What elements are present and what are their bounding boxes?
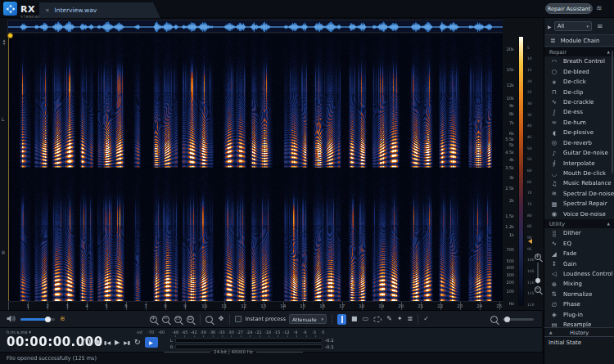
monitor-volume-icon[interactable] — [7, 315, 16, 324]
vertical-zoom-knob[interactable] — [535, 278, 540, 283]
module-item-de-hum[interactable]: ≈De-hum — [544, 118, 614, 128]
module-item-breath-control[interactable]: ◠Breath Control — [544, 56, 614, 66]
time-frequency-selection-tool[interactable]: ■ — [351, 316, 358, 322]
db-tick-label: 35 — [527, 112, 532, 116]
zoom-fit-button[interactable]: ⊡ — [187, 316, 194, 323]
vertical-zoom-out-button[interactable]: − — [535, 286, 541, 293]
meter-channel-l-label: L — [170, 338, 173, 343]
module-item-de-ess[interactable]: ∫De-ess — [544, 107, 614, 117]
zoom-selection-button[interactable]: ▭ — [174, 316, 182, 323]
module-item-de-bleed[interactable]: ○De-bleed — [544, 66, 614, 76]
freq-tick-label: 3k — [509, 175, 514, 180]
playhead-marker[interactable] — [7, 33, 13, 38]
hand-tool-button[interactable]: ✥ — [219, 316, 224, 322]
play-selection-button[interactable]: ▶ — [145, 337, 158, 348]
overview-strip[interactable] — [8, 20, 503, 32]
vertical-zoom-slider[interactable] — [537, 263, 539, 284]
spectrogram-settings-icon[interactable]: ≋ — [60, 316, 65, 322]
channel-label-left[interactable]: L — [2, 116, 4, 122]
module-item-spectral-repair[interactable]: ▦Spectral Repair — [544, 199, 614, 209]
module-label: Breath Control — [563, 58, 605, 65]
spectrogram-canvas[interactable] — [8, 34, 503, 301]
instant-process-mode-dropdown[interactable]: Attenuate ▾ — [289, 314, 327, 324]
legend-gain-handle[interactable] — [528, 239, 532, 244]
module-item-interpolate[interactable]: ∮Interpolate — [544, 158, 614, 168]
brush-selection-tool[interactable]: ✎ — [386, 316, 392, 322]
module-chain-button[interactable]: ≣ Module Chain — [544, 34, 614, 47]
zoom-tool-button[interactable] — [205, 316, 213, 323]
module-item-de-clip[interactable]: ⊓De-clip — [544, 87, 614, 97]
module-item-de-plosive[interactable]: ◖De-plosive — [544, 128, 614, 137]
module-item-music-rebalance[interactable]: ♫Music Rebalance — [544, 178, 614, 188]
go-to-start-button[interactable]: ▮◀ — [104, 340, 111, 345]
panel-scrollbar[interactable] — [612, 51, 613, 173]
volume-slider[interactable] — [20, 318, 55, 321]
preview-play-icon[interactable]: ▶ — [548, 24, 552, 29]
module-label: De-clip — [563, 89, 583, 96]
collapse-triangle-icon[interactable]: ▲ — [607, 222, 610, 226]
play-button[interactable]: ▶ — [115, 339, 120, 346]
module-item-plug-in[interactable]: ◈Plug-in — [544, 310, 614, 320]
section-header-repair[interactable]: Repair▲ — [544, 47, 614, 56]
peak-readout-left[interactable]: -0.1 — [325, 338, 334, 343]
module-label: De-reverb — [563, 140, 592, 146]
de-click-icon: ∗ — [550, 79, 558, 86]
magic-wand-tool[interactable]: ✦ — [397, 316, 403, 322]
module-item-de-crackle[interactable]: ∿De-crackle — [544, 97, 614, 107]
module-item-mouth-de-click[interactable]: ◡Mouth De-click — [544, 169, 614, 178]
zoom-out-button[interactable]: − — [162, 316, 169, 323]
overview-waveform[interactable] — [8, 21, 503, 33]
monitor-headphones-button[interactable] — [82, 338, 91, 348]
channel-label-right[interactable]: R — [2, 249, 5, 255]
section-header-utility[interactable]: Utility▲ — [544, 219, 614, 228]
instant-process-checkbox[interactable] — [235, 316, 242, 322]
freq-tick-label: 100 — [506, 289, 514, 294]
module-item-resample[interactable]: ▤Resample — [544, 320, 614, 327]
panel-menu-icon[interactable]: ≡ — [597, 22, 603, 30]
file-tab[interactable]: ✕ Interview.wav — [39, 2, 160, 18]
history-item[interactable]: Initial State — [544, 337, 614, 346]
db-tick-label: 30 — [527, 101, 532, 106]
module-item-loudness-control[interactable]: ◁Loudness Control — [544, 269, 614, 279]
peak-readout-right[interactable]: -0.1 — [325, 344, 334, 349]
module-item-voice-de-noise[interactable]: ◉Voice De-noise — [544, 209, 614, 219]
horizontal-zoom-slider[interactable] — [503, 318, 534, 321]
lasso-selection-tool[interactable] — [373, 317, 381, 322]
module-item-de-click[interactable]: ∗De-click — [544, 77, 614, 87]
time-selection-tool[interactable] — [337, 314, 346, 325]
vertical-zoom-in-button[interactable]: + — [535, 254, 541, 260]
zoom-in-button[interactable]: + — [150, 316, 157, 323]
tab-close-icon[interactable]: ✕ — [45, 7, 49, 14]
confirm-selection-button[interactable]: ✓ — [423, 316, 429, 322]
module-item-dither[interactable]: ⣿Dither — [544, 228, 614, 238]
overview-resize-handle[interactable]: ▴ ▾ — [1, 38, 7, 45]
volume-slider-knob[interactable] — [45, 317, 51, 322]
amplitude-color-legend[interactable] — [518, 36, 524, 306]
module-item-gain[interactable]: ↕Gain — [544, 258, 614, 268]
module-item-mixing[interactable]: ⊕Mixing — [544, 279, 614, 289]
timeline-ruler[interactable]: 1234567891011121314151617181920212223242… — [8, 301, 503, 310]
history-header[interactable]: ▲ History — [544, 328, 614, 337]
horizontal-zoom-knob[interactable] — [504, 317, 510, 322]
loop-button[interactable]: ↻ — [134, 339, 141, 346]
record-button[interactable]: ● — [95, 339, 100, 345]
meter-scale-label: -42 — [191, 330, 197, 335]
module-item-normalize[interactable]: ⇅Normalize — [544, 290, 614, 299]
repair-assistant-button[interactable]: Repair Assistant — [545, 3, 593, 14]
module-item-de-reverb[interactable]: ◎De-reverb — [544, 138, 614, 148]
find-similar-tool[interactable]: ≣ — [408, 316, 413, 322]
go-to-end-button[interactable]: ▶▮ — [124, 340, 130, 345]
module-item-fade[interactable]: ◢Fade — [544, 249, 614, 258]
meter-scale-label: -39 — [200, 330, 206, 335]
frequency-selection-tool[interactable]: ▭ — [363, 316, 369, 322]
horizontal-zoom-icon[interactable] — [490, 316, 498, 323]
db-tick-label: 20 — [527, 79, 532, 83]
settings-sliders-icon[interactable]: ≋ — [596, 4, 603, 12]
module-item-guitar-de-noise[interactable]: ♪Guitar De-noise — [544, 148, 614, 158]
collapse-triangle-icon[interactable]: ▲ — [607, 50, 610, 54]
meter-scale-label: -33 — [218, 330, 224, 335]
module-item-spectral-de-noise[interactable]: ≋Spectral De-noise — [544, 189, 614, 199]
module-filter-dropdown[interactable]: All ▾ — [554, 21, 592, 31]
module-item-eq[interactable]: ∿EQ — [544, 238, 614, 248]
module-item-phase[interactable]: ∅Phase — [544, 299, 614, 309]
